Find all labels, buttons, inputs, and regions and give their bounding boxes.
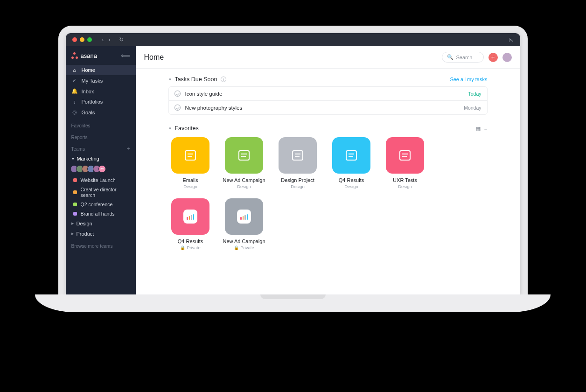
- chart-icon: [240, 213, 248, 220]
- complete-task-checkbox[interactable]: [174, 105, 181, 111]
- project-item[interactable]: Q2 conference: [66, 200, 136, 209]
- home-icon: ⌂: [71, 67, 78, 73]
- sidebar-item-inbox[interactable]: 🔔Inbox: [66, 86, 136, 97]
- favorite-tile[interactable]: Q4 Results 🔒Private: [168, 198, 213, 250]
- page-title: Home: [144, 53, 164, 62]
- tile-subtitle: 🔒Private: [180, 245, 201, 250]
- favorite-tile[interactable]: UXR Tests Design: [383, 137, 427, 189]
- tile-title: Q4 Results: [339, 177, 364, 183]
- favorites-title: Favorites: [174, 125, 198, 132]
- see-all-tasks-link[interactable]: See all my tasks: [450, 77, 487, 82]
- info-icon[interactable]: i: [221, 77, 226, 82]
- tile-subtitle: Design: [398, 184, 412, 189]
- nav-label: Goals: [82, 110, 95, 115]
- complete-task-checkbox[interactable]: [174, 91, 181, 97]
- chevron-right-icon: ▶: [71, 222, 74, 225]
- sidebar: asana ⟸ ⌂Home✓My Tasks🔔Inbox⫾Portfolios◎…: [66, 46, 136, 294]
- team-design[interactable]: ▶Design: [66, 218, 136, 229]
- favorite-tile[interactable]: New Ad Campaign Design: [222, 137, 266, 189]
- search-icon: 🔍: [447, 54, 453, 60]
- sidebar-section-reports[interactable]: Reports: [66, 130, 136, 142]
- sidebar-item-portfolios[interactable]: ⫾Portfolios: [66, 97, 136, 107]
- list-icon: [185, 150, 196, 161]
- create-button[interactable]: +: [488, 53, 498, 62]
- task-due-date: Today: [468, 91, 481, 97]
- tile-title: New Ad Campaign: [223, 238, 265, 244]
- task-row[interactable]: Icon style guide Today: [169, 87, 487, 100]
- nav-back-button[interactable]: ‹: [102, 36, 104, 43]
- sidebar-item-goals[interactable]: ◎Goals: [66, 107, 136, 118]
- favorite-tile[interactable]: Emails Design: [168, 137, 213, 189]
- chevron-down-icon[interactable]: ▼: [168, 77, 172, 82]
- avatar[interactable]: PY: [98, 165, 106, 173]
- task-title: Icon style guide: [185, 91, 223, 97]
- portfolio-tile: [171, 198, 209, 235]
- sidebar-section-favorites[interactable]: Favorites: [66, 119, 136, 130]
- project-item[interactable]: Brand all hands: [66, 209, 136, 218]
- task-title: New photography styles: [185, 105, 243, 111]
- project-tile: [225, 137, 263, 174]
- grid-view-icon[interactable]: ▦: [476, 126, 481, 132]
- project-tile: [279, 137, 317, 174]
- user-avatar[interactable]: [502, 53, 512, 62]
- browse-teams-link[interactable]: Browse more teams: [66, 239, 136, 253]
- teams-label: Teams: [71, 147, 85, 152]
- nav-label: My Tasks: [82, 78, 103, 84]
- project-label: Q2 conference: [81, 202, 113, 207]
- project-color-icon: [73, 203, 77, 206]
- team-label: Marketing: [77, 156, 99, 161]
- list-icon: [346, 150, 357, 161]
- project-item[interactable]: Creative director search: [66, 185, 136, 200]
- favorite-tile[interactable]: Q4 Results Design: [329, 137, 374, 189]
- tile-subtitle: Design: [291, 184, 305, 189]
- tile-title: UXR Tests: [393, 177, 417, 183]
- lock-icon: 🔒: [234, 245, 239, 250]
- team-product[interactable]: ▶Product: [66, 229, 136, 239]
- maximize-window-button[interactable]: [87, 37, 92, 42]
- main: Home 🔍 Search + ▼: [136, 46, 520, 294]
- sidebar-section-teams: Teams +: [66, 142, 136, 154]
- project-item[interactable]: Website Launch: [66, 175, 136, 185]
- project-label: Website Launch: [81, 177, 116, 183]
- tile-title: Emails: [182, 177, 198, 183]
- bars-icon: ⫾: [71, 99, 78, 105]
- sidebar-item-home[interactable]: ⌂Home: [66, 65, 136, 75]
- favorite-tile[interactable]: New Ad Campaign 🔒Private: [222, 198, 266, 250]
- nav-label: Inbox: [82, 89, 94, 94]
- project-color-icon: [73, 190, 77, 194]
- team-marketing[interactable]: ▼ Marketing: [66, 154, 136, 163]
- search-input[interactable]: 🔍 Search: [442, 52, 484, 63]
- task-list: Icon style guide Today New photography s…: [168, 86, 488, 115]
- tile-subtitle: 🔒Private: [234, 245, 254, 250]
- favorite-tile[interactable]: Design Project Design: [276, 137, 320, 189]
- minimize-window-button[interactable]: [80, 37, 84, 42]
- team-label: Product: [77, 231, 94, 237]
- tile-subtitle: Design: [344, 184, 358, 189]
- nav-label: Portfolios: [82, 99, 103, 105]
- sidebar-item-my-tasks[interactable]: ✓My Tasks: [66, 75, 136, 86]
- lock-icon: 🔒: [180, 245, 185, 250]
- nav-label: Home: [82, 67, 95, 73]
- portfolio-tile: [225, 198, 263, 235]
- close-window-button[interactable]: [72, 37, 77, 42]
- tile-title: Q4 Results: [178, 238, 203, 244]
- chevron-right-icon: ▶: [71, 232, 74, 236]
- window-titlebar: ‹ › ↻ ⇱: [66, 33, 520, 46]
- collapse-sidebar-button[interactable]: ⟸: [121, 52, 130, 59]
- history-icon[interactable]: ↻: [119, 36, 124, 43]
- nav-forward-button[interactable]: ›: [109, 36, 111, 43]
- traffic-lights: [72, 37, 92, 42]
- header: Home 🔍 Search +: [136, 46, 520, 69]
- external-link-icon[interactable]: ⇱: [509, 37, 514, 43]
- chevron-down-icon[interactable]: ▼: [168, 126, 172, 131]
- view-dropdown[interactable]: ⌄: [483, 126, 488, 132]
- project-color-icon: [73, 178, 77, 182]
- task-row[interactable]: New photography styles Monday: [169, 100, 487, 114]
- tasks-due-title: Tasks Due Soon: [174, 76, 217, 83]
- asana-logo-icon: [71, 52, 78, 59]
- check-circle-icon: ✓: [71, 77, 78, 84]
- task-due-date: Monday: [464, 105, 481, 111]
- list-icon: [399, 150, 411, 161]
- target-icon: ◎: [71, 109, 78, 115]
- add-team-button[interactable]: +: [126, 146, 130, 152]
